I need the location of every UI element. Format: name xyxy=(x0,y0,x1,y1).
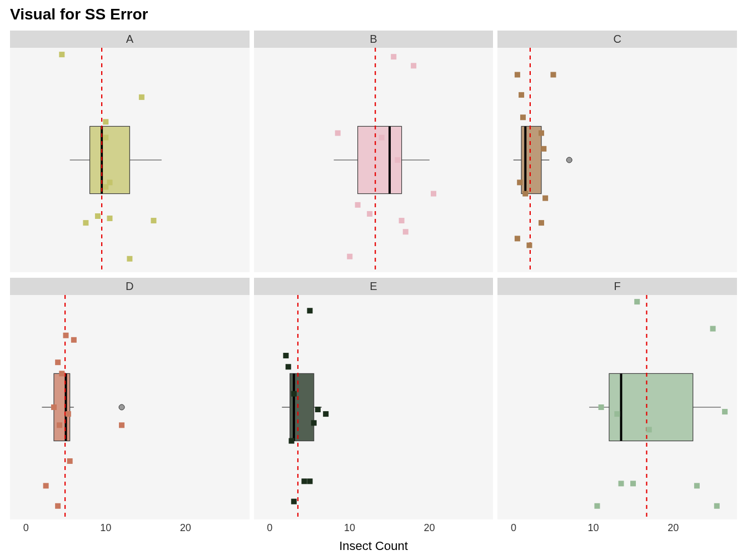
facet-label: A xyxy=(10,31,250,48)
svg-rect-89 xyxy=(710,326,716,332)
x-axis: 01020 01020 01020 xyxy=(10,522,737,539)
chart-root: Visual for SS Error A B C D E F 01020 xyxy=(0,0,747,560)
svg-rect-98 xyxy=(646,427,652,432)
svg-rect-23 xyxy=(335,131,340,136)
svg-point-37 xyxy=(567,157,572,163)
svg-rect-44 xyxy=(517,179,523,185)
svg-rect-41 xyxy=(520,114,526,120)
svg-rect-47 xyxy=(539,220,544,226)
svg-rect-22 xyxy=(411,63,416,68)
svg-rect-74 xyxy=(285,364,291,369)
x-tick: 10 xyxy=(344,522,355,534)
x-axis-label: Insect Count xyxy=(0,539,747,553)
panel-F xyxy=(497,295,737,519)
svg-rect-92 xyxy=(722,409,728,414)
x-tick: 10 xyxy=(588,522,599,534)
x-tick: 20 xyxy=(668,522,679,534)
facet-B: B xyxy=(254,31,494,272)
x-tick: 10 xyxy=(100,522,111,534)
svg-rect-38 xyxy=(515,72,520,77)
svg-rect-10 xyxy=(83,220,88,226)
svg-rect-13 xyxy=(151,218,156,223)
svg-rect-42 xyxy=(539,131,544,136)
svg-rect-78 xyxy=(311,420,316,426)
svg-rect-94 xyxy=(630,481,636,486)
x-tick: 20 xyxy=(180,522,191,534)
svg-rect-28 xyxy=(402,229,408,234)
facet-label: B xyxy=(254,31,494,48)
panel-D xyxy=(10,295,250,519)
svg-rect-29 xyxy=(347,254,352,259)
facet-label: F xyxy=(497,278,737,295)
facet-C: C xyxy=(497,31,737,272)
facet-F: F xyxy=(497,278,737,519)
svg-rect-79 xyxy=(288,438,294,444)
svg-rect-93 xyxy=(619,481,624,486)
svg-rect-62 xyxy=(57,422,62,428)
svg-rect-82 xyxy=(291,499,296,504)
facet-label: E xyxy=(254,278,494,295)
svg-rect-9 xyxy=(103,184,108,189)
svg-rect-21 xyxy=(391,54,396,59)
svg-rect-11 xyxy=(95,213,101,219)
panel-A xyxy=(10,48,250,272)
panel-B xyxy=(254,48,494,272)
panel-E xyxy=(254,295,494,519)
facet-label: C xyxy=(497,31,737,48)
svg-rect-45 xyxy=(523,191,529,197)
svg-rect-57 xyxy=(71,337,77,343)
svg-rect-80 xyxy=(301,478,307,484)
svg-rect-12 xyxy=(107,216,112,221)
svg-rect-5 xyxy=(59,52,64,57)
svg-rect-63 xyxy=(67,458,73,464)
svg-rect-25 xyxy=(431,191,436,197)
svg-rect-88 xyxy=(635,299,640,304)
svg-rect-46 xyxy=(542,196,548,201)
panel-C xyxy=(497,48,737,272)
x-tick: 0 xyxy=(23,522,29,534)
svg-rect-49 xyxy=(527,243,532,248)
svg-rect-26 xyxy=(367,211,372,217)
svg-rect-60 xyxy=(51,404,57,410)
svg-rect-31 xyxy=(379,135,384,141)
svg-rect-27 xyxy=(399,218,404,223)
x-tick: 20 xyxy=(424,522,435,534)
svg-rect-56 xyxy=(63,333,68,338)
svg-rect-95 xyxy=(694,483,700,488)
svg-rect-61 xyxy=(66,411,71,417)
svg-rect-14 xyxy=(127,256,132,262)
svg-rect-30 xyxy=(355,202,360,208)
svg-rect-40 xyxy=(519,92,524,98)
svg-rect-77 xyxy=(323,411,328,417)
facet-label: D xyxy=(10,278,250,295)
svg-point-55 xyxy=(119,404,124,410)
facet-A: A xyxy=(10,31,250,272)
svg-rect-48 xyxy=(515,236,520,241)
svg-rect-75 xyxy=(291,391,296,397)
x-tick: 0 xyxy=(511,522,516,534)
x-ticks: 01020 xyxy=(10,522,250,539)
svg-rect-97 xyxy=(714,503,720,509)
svg-rect-91 xyxy=(615,411,620,417)
x-ticks: 01020 xyxy=(497,522,737,539)
svg-rect-39 xyxy=(551,72,556,77)
svg-rect-59 xyxy=(59,371,64,376)
svg-rect-73 xyxy=(283,353,288,358)
x-tick: 0 xyxy=(267,522,272,534)
svg-rect-15 xyxy=(103,135,108,141)
svg-rect-7 xyxy=(139,94,145,100)
svg-rect-43 xyxy=(541,146,547,152)
svg-rect-66 xyxy=(119,422,124,428)
svg-rect-58 xyxy=(55,359,61,365)
svg-rect-64 xyxy=(43,483,49,488)
svg-rect-6 xyxy=(103,119,108,124)
facet-grid: A B C D E F xyxy=(10,31,737,519)
svg-rect-90 xyxy=(599,404,604,410)
svg-rect-65 xyxy=(55,503,61,509)
page-title: Visual for SS Error xyxy=(10,6,148,23)
svg-rect-96 xyxy=(595,503,600,509)
x-ticks: 01020 xyxy=(254,522,494,539)
facet-D: D xyxy=(10,278,250,519)
svg-rect-72 xyxy=(307,308,312,313)
svg-rect-76 xyxy=(315,407,321,412)
